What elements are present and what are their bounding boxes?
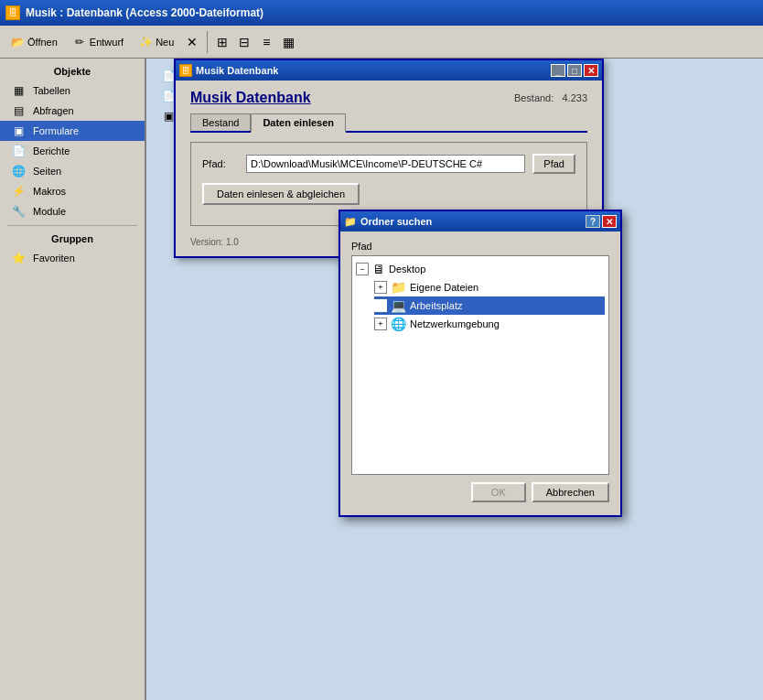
inner-header-title: Musik Datenbank — [190, 90, 311, 106]
sidebar-item-berichte[interactable]: 📄 Berichte — [0, 141, 145, 161]
folder-button-row: OK Abbrechen — [351, 475, 609, 506]
tab-daten-label: Daten einlesen — [263, 117, 334, 128]
folder-help-button[interactable]: ? — [586, 215, 600, 228]
tree-item-desktop[interactable]: − 🖥 Desktop — [356, 260, 605, 278]
abfragen-icon: ▤ — [9, 103, 27, 118]
musik-window-title-bar: 🗄 Musik Datenbank _ □ ✕ — [176, 60, 602, 81]
tree-children-desktop: + 📁 Eigene Dateien + 💻 Arbeitsplatz — [356, 278, 605, 333]
desktop-label: Desktop — [389, 264, 425, 275]
tab-bestand-label: Bestand — [202, 117, 239, 128]
pfad-input[interactable] — [246, 155, 525, 173]
design-label: Entwurf — [90, 37, 124, 48]
content-area: 📄 Erstellt ein Formular in der Entwurfsa… — [146, 59, 763, 700]
eigene-dateien-icon: 📁 — [391, 280, 406, 295]
new-label: Neu — [156, 37, 174, 48]
sidebar-item-favoriten-label: Favoriten — [33, 253, 75, 264]
desktop-icon: 🖥 — [372, 262, 385, 276]
pfad-button[interactable]: Pfad — [532, 154, 575, 174]
folder-close-button[interactable]: ✕ — [602, 215, 617, 228]
view-icon-4[interactable]: ▦ — [278, 32, 298, 52]
view-icon-2[interactable]: ⊟ — [234, 32, 254, 52]
pfad-row: Pfad: Pfad — [202, 154, 575, 174]
sidebar-group-objects: Objekte — [0, 62, 145, 81]
open-button[interactable]: 📂 Öffnen — [4, 29, 64, 55]
berichte-icon: 📄 — [9, 144, 27, 158]
daten-einlesen-button[interactable]: Daten einlesen & abgleichen — [202, 183, 360, 205]
design-button[interactable]: ✏ Entwurf — [66, 29, 130, 55]
tree-expand-desktop[interactable]: − — [356, 263, 369, 275]
inner-title-left: 🗄 Musik Datenbank — [179, 64, 278, 77]
cancel-button[interactable]: Abbrechen — [532, 482, 609, 502]
title-bar: 🗄 Musik : Datenbank (Access 2000-Dateifo… — [0, 0, 763, 26]
sidebar-item-formulare-label: Formulare — [33, 125, 79, 136]
folder-dialog-content: Pfad − 🖥 Desktop + 📁 Eigene Dateien — [340, 232, 620, 515]
new-icon: ✨ — [138, 35, 153, 49]
netzwerk-icon: 🌐 — [391, 317, 406, 331]
tree-item-netzwerkumgebung[interactable]: + 🌐 Netzwerkumgebung — [374, 315, 605, 333]
toolbar-separator — [207, 31, 208, 53]
version-text: Version: 1.0 — [190, 237, 239, 247]
new-button[interactable]: ✨ Neu — [132, 29, 180, 55]
ok-button[interactable]: OK — [471, 482, 526, 502]
eigene-dateien-label: Eigene Dateien — [410, 282, 478, 293]
inner-title-buttons: _ □ ✕ — [551, 64, 598, 77]
action-row: Daten einlesen & abgleichen — [202, 183, 575, 205]
sidebar-item-tabellen-label: Tabellen — [33, 85, 70, 96]
folder-dialog-icon: 📁 — [344, 216, 357, 228]
maximize-button[interactable]: □ — [567, 64, 582, 77]
sidebar-item-module[interactable]: 🔧 Module — [0, 201, 145, 221]
open-icon: 📂 — [10, 35, 25, 49]
arbeitsplatz-icon: 💻 — [391, 298, 406, 313]
sidebar-item-tabellen[interactable]: ▦ Tabellen — [0, 81, 145, 101]
inner-header: Musik Datenbank Bestand: 4.233 — [190, 90, 587, 106]
folder-title-left: 📁 Ordner suchen — [344, 216, 432, 228]
sidebar-item-module-label: Module — [33, 206, 66, 217]
bestand-label: Bestand: — [514, 92, 553, 103]
bestand-info: Bestand: 4.233 — [514, 92, 587, 103]
sidebar-item-seiten-label: Seiten — [33, 166, 61, 177]
seiten-icon: 🌐 — [9, 164, 27, 178]
sidebar-divider-1 — [7, 225, 137, 226]
delete-button[interactable]: ✕ — [182, 32, 202, 52]
window-title: Musik : Datenbank (Access 2000-Dateiform… — [26, 6, 263, 19]
sidebar-item-formulare[interactable]: ▣ Formulare — [0, 121, 145, 141]
tabs-row: Bestand Daten einlesen — [190, 113, 587, 133]
main-area: Objekte ▦ Tabellen ▤ Abfragen ▣ Formular… — [0, 59, 763, 700]
makros-icon: ⚡ — [9, 184, 27, 199]
toolbar: 📂 Öffnen ✏ Entwurf ✨ Neu ✕ ⊞ ⊟ ≡ ▦ — [0, 26, 763, 59]
pfad-label: Pfad: — [202, 158, 239, 169]
inner-window-title: Musik Datenbank — [196, 65, 278, 76]
sidebar-item-makros[interactable]: ⚡ Makros — [0, 181, 145, 201]
folder-title-bar: 📁 Ordner suchen ? ✕ — [340, 211, 620, 232]
bestand-value: 4.233 — [562, 92, 587, 103]
tab-daten-einlesen[interactable]: Daten einlesen — [251, 113, 346, 133]
tab-bestand[interactable]: Bestand — [190, 113, 251, 131]
folder-dialog-title: Ordner suchen — [360, 216, 432, 227]
tree-item-eigene-dateien[interactable]: + 📁 Eigene Dateien — [374, 278, 605, 296]
sidebar-group-groups: Gruppen — [0, 230, 145, 248]
folder-tree[interactable]: − 🖥 Desktop + 📁 Eigene Dateien — [351, 255, 609, 475]
view-icon-3[interactable]: ≡ — [256, 32, 276, 52]
tree-expand-arbeitsplatz[interactable]: + — [374, 299, 387, 312]
tree-item-arbeitsplatz[interactable]: + 💻 Arbeitsplatz — [374, 296, 605, 315]
minimize-button[interactable]: _ — [551, 64, 565, 77]
sidebar-item-abfragen[interactable]: ▤ Abfragen — [0, 101, 145, 121]
design-icon: ✏ — [72, 35, 87, 49]
sidebar-item-abfragen-label: Abfragen — [33, 105, 74, 116]
tabellen-icon: ▦ — [9, 83, 27, 98]
sidebar-item-seiten[interactable]: 🌐 Seiten — [0, 161, 145, 181]
folder-path-label: Pfad — [351, 241, 609, 252]
tree-expand-eigene[interactable]: + — [374, 281, 387, 294]
app-icon: 🗄 — [5, 5, 20, 20]
tree-expand-netz[interactable]: + — [374, 318, 387, 330]
folder-dialog: 📁 Ordner suchen ? ✕ Pfad − 🖥 Desktop — [339, 210, 622, 517]
sidebar: Objekte ▦ Tabellen ▤ Abfragen ▣ Formular… — [0, 59, 146, 700]
folder-title-buttons: ? ✕ — [586, 215, 617, 228]
close-button[interactable]: ✕ — [584, 64, 598, 77]
open-label: Öffnen — [27, 37, 58, 48]
favoriten-icon: ⭐ — [9, 251, 27, 265]
module-icon: 🔧 — [9, 204, 27, 219]
sidebar-item-berichte-label: Berichte — [33, 145, 70, 156]
sidebar-item-favoriten[interactable]: ⭐ Favoriten — [0, 248, 145, 268]
view-icon-1[interactable]: ⊞ — [212, 32, 232, 52]
